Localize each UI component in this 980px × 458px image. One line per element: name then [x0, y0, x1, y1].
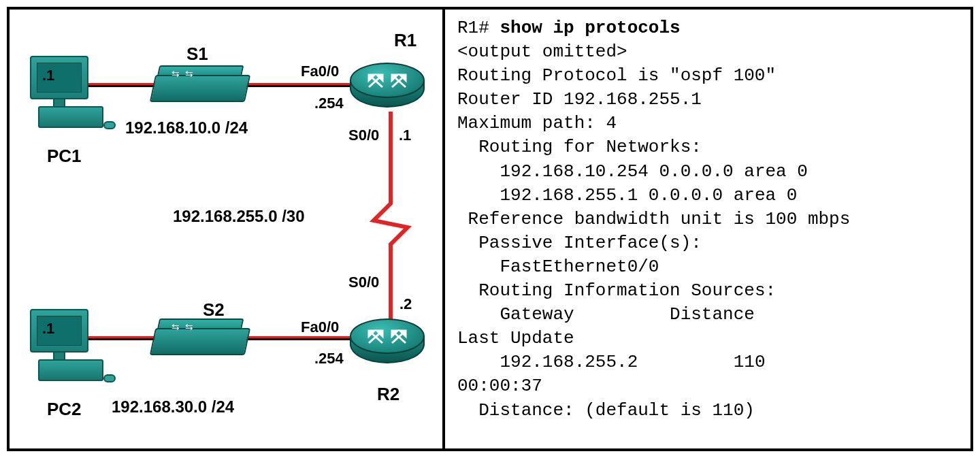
cli-time: 00:00:37	[457, 376, 542, 396]
pc1-label: PC1	[47, 146, 82, 167]
link-s1-r1	[231, 83, 357, 87]
r1-s00-ip: .1	[399, 127, 411, 144]
router-r1-icon	[350, 63, 425, 124]
lan2-network: 192.168.30.0 /24	[112, 397, 234, 416]
cli-command: show ip protocols	[500, 18, 680, 38]
cli-passive-header: Passive Interface(s):	[478, 233, 702, 253]
network-diagram: .1 PC1 .1 PC2 ⇆ ⇆ S1 ⇆ ⇆ S2	[10, 10, 442, 448]
s1-label: S1	[186, 44, 208, 65]
cli-ris-columns: Gateway Distance	[500, 304, 754, 325]
r1-label: R1	[394, 30, 416, 51]
switch-s2-icon: ⇆ ⇆	[152, 328, 248, 367]
cli-ris-header: Routing Information Sources:	[478, 280, 776, 301]
serial-link-r1-r2	[350, 112, 431, 336]
r1-s00-label: S0/0	[348, 127, 379, 144]
pc2-host-addr: .1	[42, 320, 54, 338]
pc1-icon: .1	[30, 56, 112, 137]
cli-prompt: R1#	[457, 18, 489, 38]
pc2-label: PC2	[47, 399, 82, 420]
cli-distance: 110	[734, 352, 766, 372]
cli-output-panel: R1# show ip protocols <output omitted> R…	[445, 10, 970, 448]
cli-max-path: Maximum path: 4	[457, 113, 617, 133]
topology-panel: .1 PC1 .1 PC2 ⇆ ⇆ S1 ⇆ ⇆ S2	[10, 10, 445, 448]
cli-routing-for: Routing for Networks:	[478, 137, 702, 157]
r1-fa00-label: Fa0/0	[301, 63, 339, 80]
switch-s1-icon: ⇆ ⇆	[152, 75, 248, 114]
r2-label: R2	[377, 384, 399, 405]
wan-network: 192.168.255.0 /30	[173, 207, 305, 226]
cli-gateway: 192.168.255.2	[500, 352, 638, 372]
cli-protocol-line: Routing Protocol is "ospf 100"	[457, 65, 776, 86]
cli-network-2: 192.168.255.1 0.0.0.0 area 0	[500, 185, 797, 206]
r2-s00-ip: .2	[399, 295, 412, 313]
cli-default-distance: Distance: (default is 110)	[478, 400, 755, 421]
cli-passive-interface: FastEthernet0/0	[500, 257, 659, 277]
figure-container: .1 PC1 .1 PC2 ⇆ ⇆ S1 ⇆ ⇆ S2	[7, 7, 973, 451]
r2-fa00-label: Fa0/0	[301, 318, 339, 336]
cli-last-update: Last Update	[457, 328, 574, 348]
cli-omitted: <output omitted>	[457, 42, 627, 62]
cli-ref-bandwidth: Reference bandwidth unit is 100 mbps	[468, 209, 851, 229]
lan1-network: 192.168.10.0 /24	[125, 118, 248, 137]
router-r2-icon	[350, 318, 425, 380]
pc1-host-addr: .1	[42, 67, 54, 84]
r2-fa00-ip: .254	[314, 350, 344, 367]
cli-router-id: Router ID 192.168.255.1	[457, 89, 702, 110]
s2-label: S2	[203, 299, 225, 321]
r2-s00-label: S0/0	[348, 274, 379, 291]
r1-fa00-ip: .254	[314, 95, 344, 112]
cli-network-1: 192.168.10.254 0.0.0.0 area 0	[500, 161, 807, 182]
pc2-icon: .1	[30, 309, 112, 391]
